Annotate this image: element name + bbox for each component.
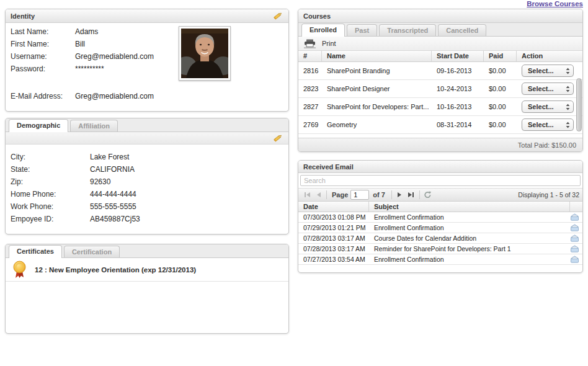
- email-row[interactable]: 07/27/2013 03:54 AM Enrollment Confirmat…: [298, 254, 582, 265]
- edit-demographic-button[interactable]: [273, 133, 283, 143]
- courses-scrollbar-thumb[interactable]: [576, 78, 582, 132]
- field-value: CALIFORNIA: [90, 165, 135, 174]
- action-select[interactable]: Select...: [522, 118, 574, 131]
- tab-certificates[interactable]: Certificates: [9, 245, 62, 258]
- open-email-button[interactable]: [566, 245, 582, 252]
- demographic-body: City: Lake Forest State: CALIFORNIA Zip:…: [6, 145, 288, 225]
- email-date: 07/28/2013 03:17 AM: [298, 245, 369, 252]
- first-page-icon: [304, 192, 311, 198]
- tab-certification[interactable]: Certification: [64, 246, 120, 257]
- course-row[interactable]: 2816 SharePoint Branding 09-16-2013 $0.0…: [298, 62, 582, 80]
- tab-transcripted[interactable]: Transcripted: [379, 24, 436, 36]
- email-row[interactable]: 07/28/2013 03:17 AM Reminder for SharePo…: [298, 244, 582, 254]
- course-id: 2827: [298, 103, 322, 110]
- demographic-field-row: Home Phone: 444-444-4444: [11, 188, 283, 200]
- column-header-action[interactable]: Action: [517, 51, 575, 61]
- column-header-start-date[interactable]: Start Date: [432, 51, 484, 61]
- action-select[interactable]: Select...: [522, 65, 574, 77]
- tab-cancelled[interactable]: Cancelled: [438, 24, 486, 36]
- field-value: 444-444-4444: [90, 190, 136, 199]
- envelope-icon: [570, 256, 579, 263]
- course-start-date: 10-16-2013: [432, 103, 484, 110]
- pencil-icon: [273, 11, 283, 20]
- field-label: Last Name:: [11, 27, 75, 36]
- courses-tabstrip: Enrolled Past Transcripted Cancelled: [298, 23, 582, 37]
- course-paid: $0.00: [484, 67, 517, 74]
- action-select-label: Select...: [528, 121, 566, 128]
- email-row[interactable]: 07/29/2013 01:21 PM Enrollment Confirmat…: [298, 223, 582, 233]
- field-label: Zip:: [11, 177, 90, 186]
- field-label: Password:: [11, 65, 75, 73]
- demographic-field-row: Empoyee ID: AB459887Cj53: [11, 213, 283, 225]
- print-label: Print: [322, 40, 336, 47]
- refresh-icon: [424, 191, 432, 199]
- open-email-button[interactable]: [566, 224, 582, 231]
- demographic-field-row: City: Lake Forest: [11, 151, 283, 163]
- action-select-label: Select...: [528, 103, 566, 110]
- action-select[interactable]: Select...: [522, 83, 574, 95]
- certificate-text: 12 : New Employee Orientation (exp 12/31…: [35, 266, 196, 274]
- column-header-date[interactable]: Date: [298, 202, 369, 212]
- email-date: 07/28/2013 03:17 AM: [298, 234, 369, 242]
- course-name: SharePoint Designer: [322, 85, 432, 92]
- tab-demographic[interactable]: Demographic: [9, 119, 68, 132]
- course-row[interactable]: 2827 SharePoint for Developers: Part... …: [298, 98, 582, 116]
- profile-photo: [179, 26, 231, 81]
- select-arrows-icon: [566, 122, 570, 128]
- course-action-cell: Select...: [517, 65, 575, 77]
- select-arrows-icon: [566, 104, 570, 110]
- course-row[interactable]: 2823 SharePoint Designer 10-24-2013 $0.0…: [298, 80, 582, 98]
- open-email-button[interactable]: [566, 256, 582, 263]
- prev-page-button[interactable]: [313, 190, 324, 200]
- edit-identity-button[interactable]: [273, 11, 283, 20]
- email-date: 07/30/2013 01:08 PM: [298, 213, 369, 221]
- browse-courses-link[interactable]: Browse Courses: [527, 0, 583, 7]
- demographic-tabstrip: Demographic Affiliation: [6, 118, 288, 132]
- envelope-icon: [570, 234, 579, 242]
- action-select-label: Select...: [528, 67, 566, 74]
- certificates-panel: Certificates Certification 12 : New Empl…: [5, 244, 289, 334]
- column-header-subject[interactable]: Subject: [369, 202, 570, 212]
- demographic-field-row: State: CALIFORNIA: [11, 163, 283, 176]
- next-page-icon: [397, 192, 403, 198]
- next-page-button[interactable]: [394, 190, 406, 200]
- column-header-id[interactable]: #: [298, 51, 322, 61]
- pager-separator: [326, 190, 327, 199]
- identity-title: Identity: [11, 12, 35, 20]
- email-row[interactable]: 07/30/2013 01:08 PM Enrollment Confirmat…: [298, 212, 582, 223]
- tab-past[interactable]: Past: [347, 24, 377, 36]
- print-button[interactable]: Print: [303, 39, 336, 48]
- column-header-paid[interactable]: Paid: [484, 51, 517, 61]
- demographic-field-row: Zip: 92630: [11, 176, 283, 188]
- tab-affiliation[interactable]: Affiliation: [70, 120, 118, 132]
- field-label: Home Phone:: [11, 190, 90, 199]
- open-email-button[interactable]: [566, 213, 582, 221]
- pager-separator: [391, 190, 392, 199]
- action-select[interactable]: Select...: [522, 100, 574, 113]
- field-label: State:: [11, 165, 90, 174]
- courses-footer: Total Paid: $150.00: [298, 138, 582, 151]
- page-input[interactable]: [350, 190, 369, 200]
- course-name: SharePoint for Developers: Part...: [322, 103, 432, 110]
- search-input[interactable]: [300, 175, 581, 186]
- demographic-subheader: [6, 132, 288, 145]
- first-page-button[interactable]: [301, 190, 313, 200]
- refresh-button[interactable]: [422, 190, 434, 200]
- course-start-date: 08-31-2014: [432, 121, 484, 128]
- last-page-button[interactable]: [406, 190, 417, 200]
- received-email-header: Received Email: [298, 161, 582, 173]
- email-row[interactable]: 07/28/2013 03:17 AM Course Dates for Cal…: [298, 233, 582, 244]
- course-id: 2816: [298, 67, 322, 74]
- tab-enrolled[interactable]: Enrolled: [301, 24, 345, 37]
- identity-field-row: Password: **********: [11, 63, 283, 75]
- select-arrows-icon: [566, 68, 570, 74]
- field-value: Bill: [75, 40, 85, 48]
- field-value: AB459887Cj53: [90, 215, 140, 223]
- column-header-name[interactable]: Name: [322, 51, 432, 61]
- email-subject: Reminder for SharePoint for Developers: …: [369, 245, 566, 252]
- field-label: Empoyee ID:: [11, 215, 90, 223]
- open-email-button[interactable]: [566, 234, 582, 242]
- course-row[interactable]: 2769 Geometry 08-31-2014 $0.00 Select...: [298, 116, 582, 134]
- course-name: SharePoint Branding: [322, 67, 432, 74]
- prev-page-icon: [316, 192, 321, 198]
